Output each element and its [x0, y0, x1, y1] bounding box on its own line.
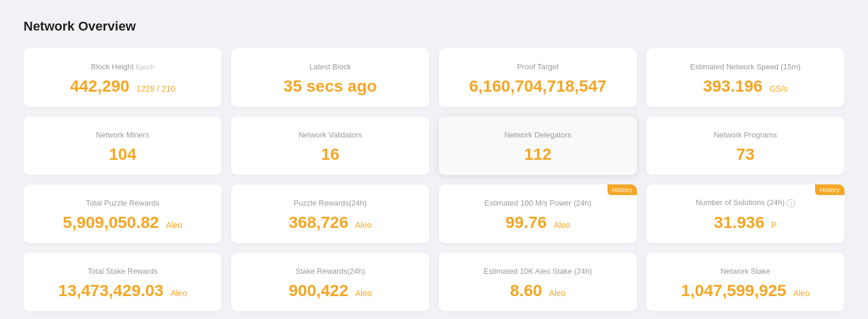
card-value-network-stake: 1,047,599,925 Aleo [681, 281, 810, 300]
card-label-estimated-network-speed: Estimated Network Speed (15m) [690, 62, 801, 71]
card-unit: Aleo [553, 220, 570, 230]
card-label-block-height: Block Height Epoch [91, 62, 155, 71]
card-latest-block: Latest Block35 secs ago [231, 48, 429, 107]
card-label-network-miners: Network Miners [96, 130, 149, 139]
history-badge[interactable]: History [607, 184, 637, 195]
card-label-puzzle-rewards-24h: Puzzle Rewards(24h) [293, 199, 366, 207]
card-label-total-stake-rewards: Total Stake Rewards [88, 267, 158, 276]
card-value-network-miners: 104 [109, 145, 136, 164]
card-value-network-delegators: 112 [524, 145, 552, 164]
card-label-estimated-10k-aleo-stake: Estimated 10K Aleo Stake (24h) [483, 267, 592, 276]
card-total-stake-rewards: Total Stake Rewards13,473,429.03 Aleo [24, 253, 222, 311]
card-value-total-stake-rewards: 13,473,429.03 Aleo [58, 281, 187, 300]
card-puzzle-rewards-24h: Puzzle Rewards(24h)368,726 Aleo [231, 184, 429, 243]
epoch-sub: Epoch [136, 63, 154, 70]
card-network-programs: Network Programs73 [646, 116, 844, 175]
card-proof-target: Proof Target6,160,704,718,547 [439, 48, 637, 107]
card-label-total-puzzle-rewards: Total Puzzle Rewards [86, 199, 159, 207]
card-unit: Aleo [166, 220, 182, 230]
card-estimated-10k-aleo-stake: Estimated 10K Aleo Stake (24h)8.60 Aleo [439, 253, 637, 311]
card-network-delegators: Network Delegators112 [439, 116, 637, 175]
card-value-estimated-network-speed: 393.196 GS/s [703, 77, 787, 96]
stats-grid: Block Height Epoch442,290 1228 / 210Late… [24, 48, 844, 311]
card-label-network-stake: Network Stake [720, 267, 770, 276]
card-number-of-solutions: HistoryNumber of Solutions (24h)i31.936 … [646, 184, 844, 243]
card-unit: Aleo [171, 288, 187, 298]
card-stake-rewards-24h: Stake Rewards(24h)900,422 Aleo [231, 253, 429, 311]
card-value-network-validators: 16 [321, 145, 339, 164]
card-network-miners: Network Miners104 [24, 116, 222, 175]
card-label-estimated-100ms-power: Estimated 100 M/s Power (24h) [484, 199, 591, 207]
card-value-proof-target: 6,160,704,718,547 [469, 77, 607, 96]
card-value-stake-rewards-24h: 900,422 Aleo [289, 281, 372, 300]
card-label-network-programs: Network Programs [714, 130, 777, 139]
card-value-estimated-10k-aleo-stake: 8.60 Aleo [510, 281, 565, 300]
page-title: Network Overview [24, 19, 844, 34]
card-label-proof-target: Proof Target [517, 62, 559, 71]
card-value-block-height: 442,290 1228 / 210 [70, 77, 175, 96]
card-estimated-network-speed: Estimated Network Speed (15m)393.196 GS/… [646, 48, 844, 107]
card-value-sub: 1228 / 210 [136, 84, 175, 93]
card-label-network-validators: Network Validators [298, 130, 362, 139]
card-estimated-100ms-power: HistoryEstimated 100 M/s Power (24h)99.7… [439, 184, 637, 243]
card-block-height: Block Height Epoch442,290 1228 / 210 [24, 48, 222, 107]
card-unit: Aleo [549, 288, 566, 298]
card-value-network-programs: 73 [736, 145, 755, 164]
info-icon[interactable]: i [787, 199, 795, 207]
card-value-estimated-100ms-power: 99.76 Aleo [506, 213, 570, 232]
card-label-network-delegators: Network Delegators [504, 130, 571, 139]
card-unit: Aleo [355, 220, 372, 230]
card-unit: GS/s [769, 84, 787, 93]
card-value-total-puzzle-rewards: 5,909,050.82 Aleo [63, 213, 182, 232]
history-badge[interactable]: History [815, 184, 844, 195]
card-unit: Aleo [355, 288, 372, 298]
card-label-stake-rewards-24h: Stake Rewards(24h) [295, 267, 365, 276]
card-value-number-of-solutions: 31.936 P [714, 213, 777, 232]
card-unit: Aleo [793, 288, 810, 298]
card-network-validators: Network Validators16 [231, 116, 429, 175]
card-label-latest-block: Latest Block [309, 62, 351, 71]
card-value-puzzle-rewards-24h: 368,726 Aleo [289, 213, 372, 232]
card-total-puzzle-rewards: Total Puzzle Rewards5,909,050.82 Aleo [24, 184, 222, 243]
card-network-stake: Network Stake1,047,599,925 Aleo [646, 253, 844, 311]
card-value-latest-block: 35 secs ago [283, 77, 377, 96]
card-unit: P [772, 220, 777, 230]
card-label-number-of-solutions: Number of Solutions (24h)i [696, 198, 796, 207]
